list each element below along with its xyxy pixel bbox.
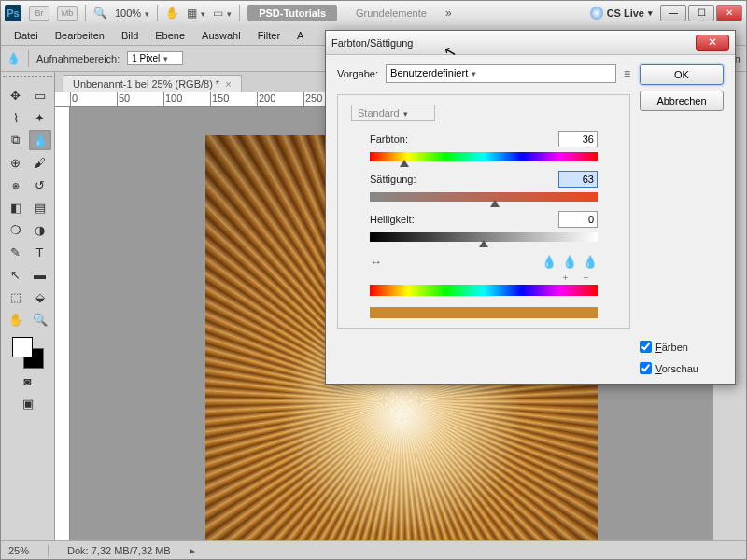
hand-tool[interactable]: ✋ <box>5 309 27 329</box>
preview-checkbox[interactable]: Vorschau <box>640 362 724 374</box>
statusbar: 25% Dok: 7,32 MB/7,32 MB ▸ <box>1 540 746 559</box>
ruler-tick: 250 <box>303 92 322 107</box>
channel-select[interactable]: Standard <box>351 105 435 121</box>
colorize-input[interactable] <box>640 341 652 353</box>
eyedropper-icon[interactable]: 💧 <box>7 52 21 65</box>
lightness-thumb[interactable] <box>479 240 488 247</box>
toolbox-grip[interactable] <box>3 76 52 83</box>
sep <box>157 5 158 21</box>
saturation-input[interactable] <box>558 171 598 188</box>
eyedropper-set-icon[interactable]: 💧 <box>542 255 557 270</box>
hand-icon[interactable]: ✋ <box>165 7 179 20</box>
cancel-button[interactable]: Abbrechen <box>640 91 724 111</box>
sample-size-select[interactable]: 1 Pixel <box>127 51 183 65</box>
workspace-tab-grund[interactable]: Grundelemente <box>345 5 438 21</box>
arrange-icon[interactable]: ▦ <box>187 7 205 20</box>
sep <box>28 50 29 67</box>
fg-color[interactable] <box>12 337 33 357</box>
menu-cut[interactable]: A <box>289 28 311 43</box>
3d-tool[interactable]: ⬚ <box>5 287 27 307</box>
preset-select[interactable]: Benutzerdefiniert <box>386 64 616 83</box>
wand-tool[interactable]: ✦ <box>29 107 51 128</box>
cslive-button[interactable]: CS Live▾ <box>590 7 653 20</box>
eyedropper-add-icon[interactable]: 💧₊ <box>562 255 577 270</box>
stamp-tool[interactable]: ⎈ <box>5 175 27 195</box>
app-logo: Ps <box>5 5 21 21</box>
eyedropper-sub-icon[interactable]: 💧₋ <box>583 255 598 270</box>
healing-tool[interactable]: ⊕ <box>5 152 27 173</box>
menu-datei[interactable]: Datei <box>7 28 46 43</box>
ruler-tick: 0 <box>70 92 78 107</box>
sep <box>239 5 240 21</box>
colorize-label: Färben <box>655 342 688 353</box>
eyedropper-tool[interactable]: 💧 <box>29 130 51 150</box>
ruler-tick: 200 <box>257 92 275 107</box>
saturation-slider[interactable] <box>370 192 598 202</box>
eraser-tool[interactable]: ◧ <box>5 197 27 217</box>
ruler-tick: 150 <box>210 92 229 107</box>
lightness-input[interactable] <box>558 211 598 228</box>
toolbox: ✥▭ ⌇✦ ⧉💧 ⊕🖌 ⎈↺ ◧▤ ❍◑ ✎T ↖▬ ⬚⬙ ✋🔍 ◙ ▣ <box>1 72 55 540</box>
preview-input[interactable] <box>640 362 652 374</box>
hue-thumb[interactable] <box>400 160 409 167</box>
dialog-close-button[interactable]: ✕ <box>696 35 729 51</box>
dodge-tool[interactable]: ◑ <box>29 219 51 240</box>
saturation-thumb[interactable] <box>490 200 500 207</box>
brush-tool[interactable]: 🖌 <box>29 152 51 173</box>
zoom-tool[interactable]: 🔍 <box>29 309 51 329</box>
close-button[interactable]: ✕ <box>716 5 742 21</box>
targeted-adjust-icon[interactable]: ↔ <box>370 255 385 270</box>
lasso-tool[interactable]: ⌇ <box>5 107 27 128</box>
shape-tool[interactable]: ▬ <box>29 264 51 285</box>
menu-bearbeiten[interactable]: Bearbeiten <box>48 28 112 43</box>
status-arrow-icon[interactable]: ▸ <box>190 544 195 557</box>
status-zoom[interactable]: 25% <box>8 545 29 556</box>
marquee-tool[interactable]: ▭ <box>29 85 51 105</box>
zoom-level[interactable]: 100% <box>115 7 149 19</box>
hue-saturation-dialog: Farbton/Sättigung ✕ Vorgabe: Benutzerdef… <box>325 30 736 385</box>
type-tool[interactable]: T <box>29 242 51 262</box>
ruler-tick: 50 <box>117 92 130 107</box>
preset-label: Vorgabe: <box>337 68 378 79</box>
menu-filter[interactable]: Filter <box>250 28 288 43</box>
menu-ebene[interactable]: Ebene <box>148 28 192 43</box>
more-tabs-icon[interactable]: » <box>445 7 452 20</box>
pen-tool[interactable]: ✎ <box>5 242 27 262</box>
gradient-tool[interactable]: ▤ <box>29 197 51 217</box>
workspace-tab-tutorials[interactable]: PSD-Tutorials <box>247 5 337 21</box>
doc-close-icon[interactable]: × <box>225 78 231 90</box>
dialog-title: Farbton/Sättigung <box>331 37 696 49</box>
doc-tab[interactable]: Unbenannt-1 bei 25% (RGB/8) *× <box>63 75 242 92</box>
lightness-slider[interactable] <box>370 232 598 242</box>
menu-auswahl[interactable]: Auswahl <box>194 28 248 43</box>
lightness-label: Helligkeit: <box>370 214 415 225</box>
cslive-label: CS Live <box>607 7 644 19</box>
color-swatch[interactable] <box>12 337 44 369</box>
crop-tool[interactable]: ⧉ <box>5 130 27 150</box>
3d-cam-tool[interactable]: ⬙ <box>29 287 51 307</box>
hue-label: Farbton: <box>370 133 408 145</box>
hue-input[interactable] <box>558 131 598 147</box>
blur-tool[interactable]: ❍ <box>5 219 27 240</box>
maximize-button[interactable]: ☐ <box>688 5 714 21</box>
titlebar: Ps Br Mb 🔍 100% ✋ ▦ ▭ PSD-Tutorials Grun… <box>1 1 746 25</box>
minibridge-button[interactable]: Mb <box>57 6 78 21</box>
move-tool[interactable]: ✥ <box>5 85 27 105</box>
ok-button[interactable]: OK <box>640 64 724 85</box>
quickmask-tool[interactable]: ◙ <box>17 371 39 391</box>
screen-icon[interactable]: ▭ <box>213 7 232 20</box>
status-docsize[interactable]: Dok: 7,32 MB/7,32 MB <box>67 545 171 556</box>
history-brush-tool[interactable]: ↺ <box>29 175 51 195</box>
path-tool[interactable]: ↖ <box>5 264 27 285</box>
preset-menu-icon[interactable]: ≡ <box>624 67 630 80</box>
minimize-button[interactable]: — <box>660 5 686 21</box>
zoom-icon: 🔍 <box>93 7 107 20</box>
bridge-button[interactable]: Br <box>29 6 49 21</box>
sep <box>85 5 86 21</box>
dialog-titlebar[interactable]: Farbton/Sättigung ✕ <box>326 31 735 55</box>
hue-slider[interactable] <box>370 152 598 161</box>
screenmode-tool[interactable]: ▣ <box>17 393 39 413</box>
colorize-checkbox[interactable]: Färben <box>640 341 724 353</box>
cslive-icon <box>590 7 603 20</box>
menu-bild[interactable]: Bild <box>114 28 146 43</box>
